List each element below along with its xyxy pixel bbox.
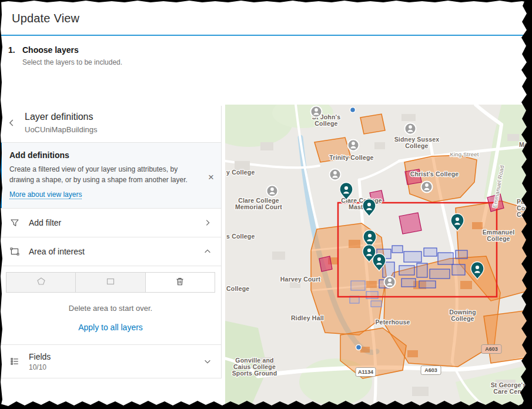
map-label: y College: [226, 169, 255, 176]
more-about-view-layers-link[interactable]: More about view layers: [9, 190, 82, 199]
step-title: Choose layers: [22, 45, 79, 55]
step-1-section: 1. Choose layers Select the layers to be…: [0, 36, 532, 66]
area-of-interest-body: Delete area to start over. Apply to all …: [0, 266, 221, 344]
road-shield: A603: [481, 345, 501, 354]
fields-label: Fields: [29, 352, 203, 361]
map-label: EmmanuelCollege: [483, 229, 515, 242]
delete-area-button[interactable]: [146, 273, 215, 292]
filter-icon: [9, 218, 20, 227]
step-subtitle: Select the layers to be included.: [22, 58, 532, 66]
svg-text:A603: A603: [424, 367, 437, 373]
back-button[interactable]: [4, 115, 20, 132]
apply-to-all-layers-link[interactable]: Apply to all layers: [78, 323, 143, 332]
callout-body: Create a filtered view of your layer usi…: [9, 164, 196, 185]
step-number: 1.: [8, 45, 22, 55]
area-of-interest-icon: [9, 247, 20, 256]
svg-text:A603: A603: [485, 346, 498, 352]
fields-row[interactable]: Fields 10/10: [0, 344, 221, 378]
map-label: College: [226, 285, 249, 292]
chevron-down-icon: [203, 357, 212, 366]
poi-marker: [356, 345, 362, 350]
person-marker[interactable]: [267, 186, 278, 197]
callout-title: Add definitions: [9, 150, 196, 160]
draw-rectangle-button[interactable]: [76, 273, 145, 292]
map-label: Gonville andCaius CollegeSports Ground: [232, 357, 277, 377]
area-of-interest-row[interactable]: Area of interest: [0, 237, 221, 266]
map-label: Harvey Court: [280, 276, 321, 283]
panel-header: Layer definitions UoCUniMapBuildings: [0, 106, 221, 142]
add-filter-label: Add filter: [29, 218, 203, 227]
draw-polygon-button[interactable]: [6, 273, 76, 292]
chevron-left-icon: [7, 118, 16, 129]
chevron-up-icon: [203, 247, 212, 256]
map-label: Christ's College: [410, 170, 459, 177]
add-definitions-callout: Add definitions Create a filtered view o…: [0, 142, 221, 208]
rectangle-icon: [106, 277, 115, 288]
person-marker[interactable]: [405, 123, 416, 135]
area-of-interest-label: Area of interest: [29, 247, 203, 256]
panel-title: Layer definitions: [25, 112, 98, 122]
chevron-right-icon: [203, 219, 212, 227]
road-shield: A603: [421, 366, 441, 375]
map-label: Peterhouse: [375, 319, 410, 326]
map-canvas[interactable]: St John'sCollegeTrinity CollegeSidney Su…: [225, 105, 532, 409]
draw-polygon-icon: [36, 277, 46, 288]
road-shield: A1134: [356, 368, 376, 377]
poi-marker: [350, 108, 356, 113]
person-marker[interactable]: [311, 106, 322, 118]
map-label: St George'sCare Cent: [491, 381, 527, 395]
map-label: DowningCollege: [449, 309, 476, 322]
panel-layer-name: UoCUniMapBuildings: [25, 125, 98, 134]
person-marker[interactable]: [348, 140, 359, 151]
fields-icon: [9, 357, 20, 366]
layer-definitions-panel: Layer definitions UoCUniMapBuildings Add…: [0, 106, 222, 378]
map-label: King Street: [450, 151, 479, 157]
map-label: Mal: [519, 141, 530, 148]
add-filter-row[interactable]: Add filter: [0, 208, 221, 237]
person-marker[interactable]: [330, 169, 341, 180]
dialog-header: Update View: [0, 0, 532, 25]
map-label: Trinity College: [329, 154, 373, 161]
svg-text:A1134: A1134: [358, 369, 373, 375]
trash-icon: [175, 277, 185, 288]
person-marker[interactable]: [421, 182, 433, 193]
map-label: Clare CollegeMemorial Court: [235, 197, 282, 210]
fields-count: 10/10: [29, 363, 203, 371]
page-title: Update View: [12, 12, 532, 25]
person-marker[interactable]: [384, 277, 396, 288]
map-label: s College: [226, 233, 255, 240]
aoi-toolbar: [6, 272, 215, 293]
close-icon[interactable]: ×: [208, 172, 214, 182]
delete-area-hint: Delete area to start over.: [6, 293, 215, 315]
map-label: Ridley Hall: [291, 314, 324, 321]
